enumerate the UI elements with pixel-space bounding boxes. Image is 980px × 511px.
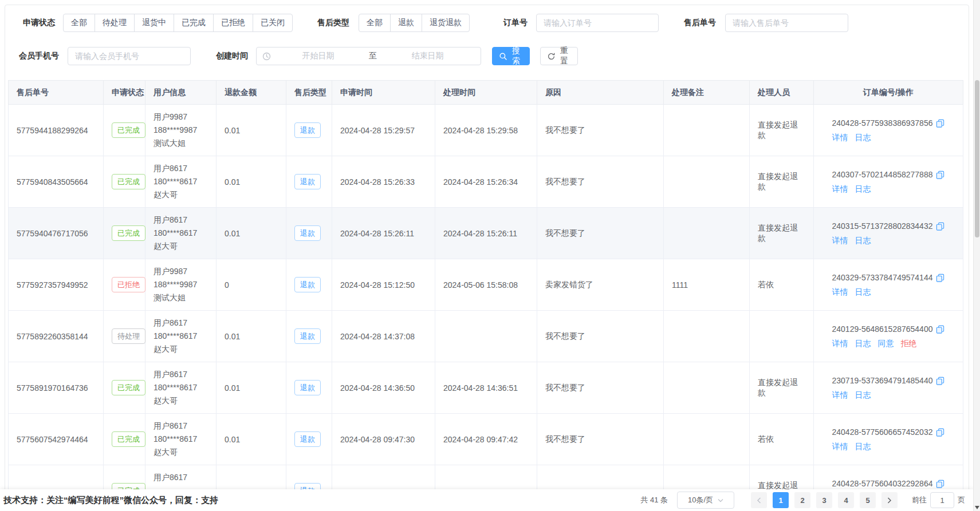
footer-bar: 技术支持：关注“编写美好前程”微信公众号，回复：支持 共 41 条 10条/页 …: [0, 489, 973, 511]
order-block: 240307-5702144858277888详情日志: [832, 168, 945, 196]
user-info-line: 180****8617: [154, 433, 208, 446]
log-link[interactable]: 日志: [855, 390, 871, 399]
order-no-input[interactable]: [536, 14, 659, 32]
log-link[interactable]: 日志: [855, 236, 871, 245]
type-option-button-0[interactable]: 全部: [359, 14, 391, 32]
order-no: 240307-5702144858277888: [832, 168, 933, 181]
user-info-cell: 用户9987188****9987测试大姐: [145, 105, 217, 156]
table-row[interactable]: 5775940476717056已完成用户8617180****8617赵大哥0…: [9, 208, 963, 259]
status-badge: 已完成: [112, 380, 145, 395]
status-option-button-4[interactable]: 已拒绝: [213, 14, 253, 32]
type-option-button-2[interactable]: 退货退款: [422, 14, 470, 32]
status-option-button-5[interactable]: 已关闭: [253, 14, 293, 32]
status-cell: 已完成: [104, 208, 145, 259]
handler-cell: 直接发起退款: [750, 208, 814, 259]
page-button-3[interactable]: 3: [816, 492, 832, 508]
copy-icon[interactable]: [936, 222, 944, 231]
copy-icon[interactable]: [936, 480, 944, 488]
vertical-scrollbar[interactable]: [973, 0, 980, 511]
log-link[interactable]: 日志: [855, 442, 871, 451]
log-link[interactable]: 日志: [855, 184, 871, 193]
date-range-picker[interactable]: 开始日期 至 结束日期: [256, 47, 481, 65]
table-row[interactable]: 5775927357949952已拒绝用户9987188****9987测试大姐…: [9, 259, 963, 311]
next-page-button[interactable]: [881, 492, 898, 508]
handler-cell: 若依: [750, 414, 814, 465]
refund-amount-cell: 0.01: [217, 156, 286, 208]
goto-page-input[interactable]: [930, 492, 954, 508]
detail-link[interactable]: 详情: [832, 133, 848, 142]
order-line: 240307-5702144858277888: [832, 168, 945, 181]
column-header: 售后类型: [286, 81, 332, 105]
table-row[interactable]: 5775607542974464已完成用户8617180****8617赵大哥0…: [9, 414, 963, 465]
detail-link[interactable]: 详情: [832, 236, 848, 245]
handler-cell: 直接发起退款: [750, 105, 814, 156]
reason-cell: 我不想要了: [537, 414, 664, 465]
status-option-button-2[interactable]: 退货中: [134, 14, 174, 32]
service-no-input[interactable]: [725, 14, 848, 32]
detail-link[interactable]: 详情: [832, 287, 848, 296]
log-link[interactable]: 日志: [855, 133, 871, 142]
remark-cell: 1111: [664, 259, 750, 311]
detail-link[interactable]: 详情: [832, 339, 848, 348]
status-option-button-3[interactable]: 已完成: [174, 14, 214, 32]
remark-cell: [664, 156, 750, 208]
copy-icon[interactable]: [936, 325, 944, 334]
end-date-placeholder[interactable]: 结束日期: [380, 51, 475, 61]
page-button-4[interactable]: 4: [838, 492, 854, 508]
order-line: 240428-5775606657452032: [832, 426, 945, 439]
chevron-left-icon: [757, 497, 761, 504]
page-button-1[interactable]: 1: [773, 492, 789, 508]
copy-icon[interactable]: [936, 377, 944, 385]
table-row[interactable]: 5775944188299264已完成用户9987188****9987测试大姐…: [9, 105, 963, 156]
approve-link[interactable]: 同意: [878, 339, 894, 348]
apply-time-cell: 2024-04-28 15:26:11: [332, 208, 435, 259]
table-row[interactable]: 5775940843505664已完成用户8617180****8617赵大哥0…: [9, 156, 963, 208]
detail-link[interactable]: 详情: [832, 184, 848, 193]
refund-amount-cell: 0.01: [217, 362, 286, 414]
order-ops-cell: 240315-5713728802834432详情日志: [814, 208, 963, 259]
reset-button[interactable]: 重置: [540, 47, 578, 65]
prev-page-button[interactable]: [751, 492, 767, 508]
reject-link[interactable]: 拒绝: [901, 339, 917, 348]
table-row[interactable]: 5775891970164736已完成用户8617180****8617赵大哥0…: [9, 362, 963, 414]
type-option-button-1[interactable]: 退款: [390, 14, 422, 32]
status-cell: 已拒绝: [104, 259, 145, 311]
order-ops-cell: 240307-5702144858277888详情日志: [814, 156, 963, 208]
status-filter-group: 全部待处理退货中已完成已拒绝已关闭: [63, 14, 293, 32]
status-option-button-0[interactable]: 全部: [63, 14, 95, 32]
log-link[interactable]: 日志: [855, 339, 871, 348]
phone-input[interactable]: [68, 47, 191, 65]
detail-link[interactable]: 详情: [832, 390, 848, 399]
reason-cell: 我不想要了: [537, 208, 664, 259]
user-info-line: 188****9987: [154, 278, 208, 291]
order-block: 240315-5713728802834432详情日志: [832, 220, 945, 247]
status-option-button-1[interactable]: 待处理: [95, 14, 135, 32]
status-badge: 已完成: [112, 431, 145, 447]
copy-icon[interactable]: [936, 428, 944, 437]
copy-icon[interactable]: [936, 119, 944, 128]
user-info-cell: 用户8617180****8617赵大哥: [145, 208, 217, 259]
handle-time-cell: 2024-04-28 09:47:42: [435, 414, 537, 465]
page-button-2[interactable]: 2: [794, 492, 810, 508]
search-button[interactable]: 搜索: [492, 47, 530, 65]
start-date-placeholder[interactable]: 开始日期: [271, 51, 365, 61]
table-row[interactable]: 5775892260358144待处理用户8617180****8617赵大哥0…: [9, 311, 963, 362]
scrollbar-thumb[interactable]: [975, 80, 979, 237]
order-ops-cell: 240428-5775938386937856详情日志: [814, 105, 963, 156]
type-badge: 退款: [294, 328, 321, 344]
status-filter-label: 申请状态: [23, 18, 55, 28]
copy-icon[interactable]: [936, 171, 944, 179]
page-size-select[interactable]: 10条/页: [677, 492, 734, 509]
remark-cell: [664, 105, 750, 156]
detail-link[interactable]: 详情: [832, 442, 848, 451]
date-separator: 至: [365, 51, 380, 61]
service-no-cell: 5775892260358144: [9, 311, 104, 362]
order-no: 240428-5775938386937856: [832, 117, 933, 130]
remark-cell: [664, 208, 750, 259]
page-button-5[interactable]: 5: [860, 492, 876, 508]
order-no: 240329-5733784749574144: [832, 271, 933, 284]
log-link[interactable]: 日志: [855, 287, 871, 296]
service-no-cell: 5775940843505664: [9, 156, 104, 208]
copy-icon[interactable]: [936, 274, 944, 282]
scrollbar-down-arrow[interactable]: [975, 506, 979, 509]
